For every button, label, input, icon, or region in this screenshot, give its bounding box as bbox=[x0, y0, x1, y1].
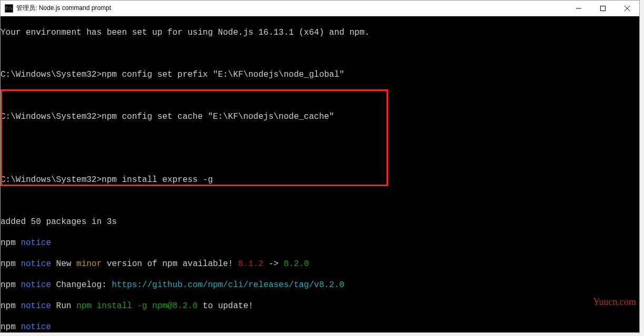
notice-label: notice bbox=[21, 259, 51, 269]
run-command: npm install -g npm@8.2.0 bbox=[76, 301, 197, 311]
app-icon: C:\ bbox=[5, 4, 13, 13]
command-2: npm config set cache "E:\KF\nodejs\node_… bbox=[102, 112, 334, 121]
window-frame: C:\ 管理员: Node.js command prompt Your env… bbox=[0, 0, 640, 333]
minimize-button[interactable] bbox=[567, 1, 591, 16]
notice-label: notice bbox=[21, 280, 51, 290]
arrow: -> bbox=[263, 259, 283, 269]
notice-label: notice bbox=[21, 301, 51, 311]
run-label: Run bbox=[51, 301, 76, 311]
version-old: 8.1.2 bbox=[238, 259, 263, 269]
added-line: added 50 packages in 3s bbox=[1, 217, 639, 227]
close-button[interactable] bbox=[615, 1, 639, 16]
npm-label: npm bbox=[1, 280, 21, 290]
version-new: 8.2.0 bbox=[284, 259, 309, 269]
maximize-button[interactable] bbox=[591, 1, 615, 16]
npm-label: npm bbox=[1, 238, 21, 248]
window-controls bbox=[567, 1, 639, 16]
notice-label: notice bbox=[21, 322, 51, 332]
prompt: C:\Windows\System32> bbox=[1, 70, 102, 79]
env-line: Your environment has been set up for usi… bbox=[1, 27, 639, 38]
prompt: C:\Windows\System32> bbox=[1, 175, 102, 185]
watermark: Yuucn.com bbox=[593, 297, 636, 307]
window-title: 管理员: Node.js command prompt bbox=[16, 4, 567, 13]
prompt: C:\Windows\System32> bbox=[1, 112, 102, 121]
titlebar[interactable]: C:\ 管理员: Node.js command prompt bbox=[1, 1, 639, 16]
npm-label: npm bbox=[1, 322, 21, 332]
npm-label: npm bbox=[1, 301, 21, 311]
svg-rect-1 bbox=[601, 6, 606, 11]
run-tail: to update! bbox=[197, 301, 253, 311]
npm-label: npm bbox=[1, 259, 21, 269]
command-1: npm config set prefix "E:\KF\nodejs\node… bbox=[102, 70, 344, 79]
minor-label: minor bbox=[76, 259, 102, 269]
command-3: npm install express -g bbox=[102, 175, 213, 185]
changelog-label: Changelog: bbox=[51, 280, 112, 290]
notice-text: New bbox=[51, 259, 76, 269]
changelog-url: https://github.com/npm/cli/releases/tag/… bbox=[112, 280, 344, 290]
notice-text: version of npm available! bbox=[102, 259, 238, 269]
notice-label: notice bbox=[21, 238, 51, 248]
terminal-output[interactable]: Your environment has been set up for usi… bbox=[1, 16, 639, 332]
